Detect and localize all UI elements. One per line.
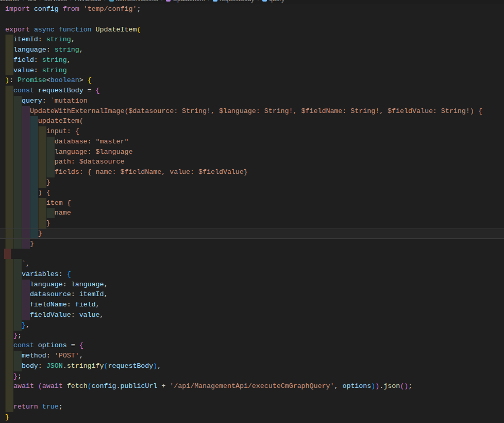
- token-var: datasource: [5, 290, 71, 298]
- token-b1: (: [137, 26, 141, 34]
- token-pun: :: [42, 97, 51, 105]
- token-pun: +: [157, 382, 170, 390]
- code-line[interactable]: fields: { name: $fieldName, value: $fiel…: [0, 167, 504, 177]
- token-pun: ,: [334, 382, 342, 390]
- code-text: database: "master": [0, 137, 504, 147]
- code-line[interactable]: };: [0, 331, 504, 341]
- token-var: options: [38, 341, 67, 349]
- code-line[interactable]: fieldName: field,: [0, 300, 504, 310]
- token-b3: }: [5, 321, 26, 329]
- code-text: fieldValue: value,: [0, 310, 504, 320]
- code-line[interactable]: }: [0, 218, 504, 229]
- code-line[interactable]: name: [0, 208, 504, 218]
- token-pun: >: [79, 76, 88, 84]
- token-b3: (: [88, 382, 92, 390]
- breadcrumb-item-sxastarter[interactable]: sxastarter: [0, 0, 20, 3]
- code-text: }: [0, 239, 504, 249]
- breadcrumb-label: ItemServices.ts: [116, 0, 158, 3]
- breadcrumb-item-updateitem[interactable]: UpdateItem: [166, 0, 205, 3]
- code-line[interactable]: path: $datasource: [0, 157, 504, 167]
- code-line[interactable]: const options = {: [0, 340, 504, 351]
- token-str: UpdateWithExternalImage($datasource: Str…: [5, 107, 482, 115]
- code-line[interactable]: item {: [0, 198, 504, 208]
- token-pun: ,: [67, 56, 71, 64]
- code-text: },: [0, 320, 504, 331]
- code-line[interactable]: `,: [0, 259, 504, 269]
- breadcrumb-item-services[interactable]: services: [44, 0, 67, 3]
- code-line[interactable]: language: $language: [0, 147, 504, 157]
- code-line[interactable]: }: [0, 412, 504, 422]
- code-line[interactable]: },: [0, 320, 504, 331]
- breadcrumb-label: src: [28, 0, 36, 3]
- code-line[interactable]: await (await fetch(config.publicUrl + '/…: [0, 381, 504, 392]
- code-line[interactable]: query: `mutation: [0, 96, 504, 106]
- token-var: publicUrl: [120, 382, 157, 390]
- token-kw2: const: [5, 87, 34, 94]
- code-line[interactable]: [0, 249, 504, 259]
- breadcrumb-separator: ›: [36, 0, 44, 2]
- token-pun: =: [67, 341, 79, 349]
- breadcrumb-item-src[interactable]: src: [28, 0, 36, 3]
- code-line[interactable]: import config from 'temp/config';: [0, 4, 504, 14]
- code-line[interactable]: ): Promise<boolean> {: [0, 75, 504, 86]
- token-type: Promise: [18, 76, 46, 84]
- token-fn: json: [383, 382, 400, 390]
- token-pun: :: [46, 46, 55, 54]
- token-pun: ,: [100, 311, 104, 319]
- code-line[interactable]: };: [0, 371, 504, 382]
- code-line[interactable]: variables: {: [0, 269, 504, 280]
- token-str: `: [5, 260, 26, 268]
- code-line[interactable]: language: string,: [0, 45, 504, 55]
- token-var: itemId: [5, 36, 38, 43]
- token-var: field: [5, 56, 34, 64]
- breadcrumb: sxastarter›src›services›AWCloud›ItemServ…: [0, 0, 504, 4]
- code-line-current[interactable]: }: [0, 229, 504, 239]
- code-line[interactable]: input: {: [0, 126, 504, 137]
- code-line[interactable]: updateItem(: [0, 116, 504, 126]
- token-pun: :: [71, 290, 79, 298]
- breadcrumb-item-query[interactable]: query: [262, 0, 284, 3]
- token-pun: ;: [408, 382, 412, 390]
- code-text: };: [0, 331, 504, 341]
- token-type: string: [55, 46, 79, 54]
- token-kw2: async: [34, 26, 55, 34]
- code-line[interactable]: method: 'POST',: [0, 351, 504, 361]
- code-line[interactable]: language: language,: [0, 280, 504, 290]
- token-pun: :: [38, 362, 46, 370]
- breadcrumb-item-awcloud[interactable]: AWCloud: [75, 0, 101, 3]
- code-line[interactable]: body: JSON.stringify(requestBody),: [0, 361, 504, 371]
- code-text: import config from 'temp/config';: [0, 4, 504, 14]
- code-line[interactable]: export async function UpdateItem(: [0, 25, 504, 35]
- code-line[interactable]: datasource: itemId,: [0, 289, 504, 300]
- code-text: ): Promise<boolean> {: [0, 75, 504, 86]
- code-text: variables: {: [0, 269, 504, 280]
- code-line[interactable]: value: string: [0, 66, 504, 76]
- code-line[interactable]: UpdateWithExternalImage($datasource: Str…: [0, 106, 504, 117]
- token-var: variables: [5, 270, 59, 278]
- token-str: path: $datasource: [5, 158, 124, 166]
- breadcrumb-item-itemservices-ts[interactable]: ItemServices.ts: [109, 0, 158, 3]
- code-line[interactable]: itemId: string,: [0, 35, 504, 45]
- breadcrumb-item-requestbody[interactable]: requestBody: [213, 0, 254, 3]
- code-line[interactable]: }: [0, 177, 504, 188]
- code-line[interactable]: return true;: [0, 402, 504, 412]
- code-line[interactable]: fieldValue: value,: [0, 310, 504, 320]
- code-line[interactable]: [0, 14, 504, 25]
- code-line[interactable]: const requestBody = {: [0, 86, 504, 96]
- code-editor[interactable]: import config from 'temp/config';export …: [0, 4, 504, 422]
- token-pun: [55, 26, 59, 34]
- token-pun: :: [38, 36, 46, 43]
- token-pun: .: [63, 362, 67, 370]
- token-str: fields: { name: $fieldName, value: $fiel…: [5, 168, 248, 176]
- code-text: method: 'POST',: [0, 351, 504, 361]
- token-pun: [38, 403, 42, 411]
- code-line[interactable]: }: [0, 239, 504, 249]
- token-fn: fetch: [67, 382, 88, 390]
- code-line[interactable]: ) {: [0, 188, 504, 198]
- code-line[interactable]: [0, 392, 504, 402]
- code-text: `,: [0, 259, 504, 269]
- ts-file-icon: [109, 0, 114, 2]
- code-line[interactable]: field: string,: [0, 55, 504, 66]
- code-text: language: string,: [0, 45, 504, 55]
- code-line[interactable]: database: "master": [0, 137, 504, 147]
